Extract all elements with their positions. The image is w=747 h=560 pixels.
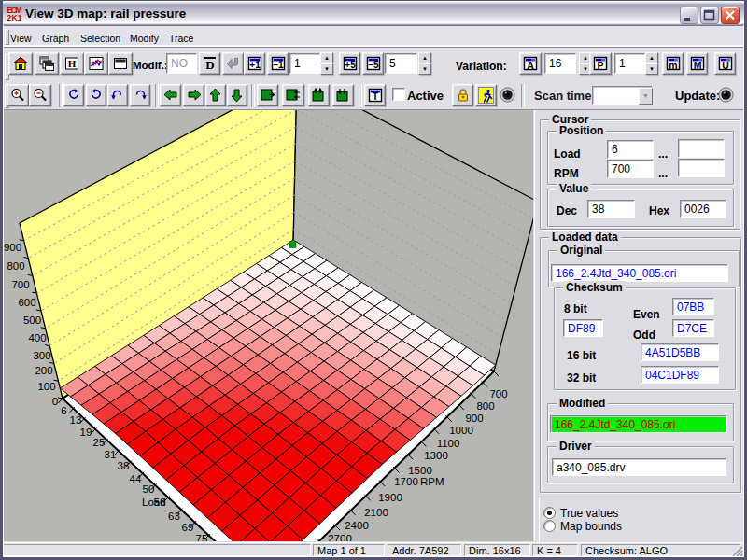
svg-text:1100: 1100: [437, 438, 460, 449]
svg-text:M: M: [693, 60, 701, 71]
svg-text:44: 44: [130, 473, 142, 484]
svg-text:m: m: [669, 60, 677, 71]
svg-text:400: 400: [28, 332, 46, 343]
svg-text:700: 700: [489, 388, 507, 399]
svg-text:900: 900: [465, 413, 483, 424]
svg-text:0: 0: [52, 396, 58, 407]
svg-text:P: P: [597, 60, 603, 71]
svg-text:25: 25: [93, 437, 106, 448]
svg-text:+5: +5: [345, 60, 356, 70]
svg-text:2700: 2700: [328, 533, 352, 542]
svg-text:200: 200: [35, 365, 52, 376]
svg-text:600: 600: [18, 297, 35, 308]
svg-text:1700: 1700: [394, 476, 418, 487]
svg-text:900: 900: [4, 242, 21, 253]
svg-text:T: T: [372, 91, 378, 102]
svg-text:800: 800: [7, 260, 24, 272]
svg-text:–1: –1: [273, 60, 284, 70]
svg-text:1000: 1000: [449, 425, 473, 436]
svg-text:–5: –5: [368, 60, 379, 70]
svg-text:D: D: [205, 58, 214, 71]
svg-text:13: 13: [70, 414, 82, 426]
svg-text:700: 700: [11, 279, 29, 290]
svg-text:800: 800: [476, 400, 494, 412]
svg-text:69: 69: [182, 522, 194, 533]
svg-text:50: 50: [143, 483, 155, 495]
svg-text:U: U: [722, 60, 729, 71]
svg-text:300: 300: [33, 350, 50, 361]
svg-text:1500: 1500: [408, 465, 432, 476]
svg-text:1300: 1300: [424, 450, 448, 461]
svg-text:19: 19: [80, 427, 92, 438]
svg-text:Load: Load: [142, 497, 166, 508]
svg-text:RPM: RPM: [420, 476, 444, 487]
svg-text:38: 38: [118, 460, 130, 471]
svg-text:31: 31: [105, 449, 117, 460]
svg-text:A: A: [527, 60, 534, 71]
svg-text:2K1: 2K1: [7, 13, 22, 21]
svg-text:6: 6: [61, 405, 66, 416]
svg-text:1900: 1900: [378, 492, 402, 503]
svg-text:63: 63: [168, 511, 180, 522]
svg-text:+1: +1: [249, 60, 261, 70]
svg-text:2400: 2400: [345, 520, 369, 531]
svg-text:75: 75: [196, 533, 208, 542]
svg-text:500: 500: [23, 315, 41, 326]
svg-text:H: H: [68, 58, 77, 69]
svg-text:2100: 2100: [364, 507, 388, 518]
svg-text:100: 100: [37, 381, 55, 392]
